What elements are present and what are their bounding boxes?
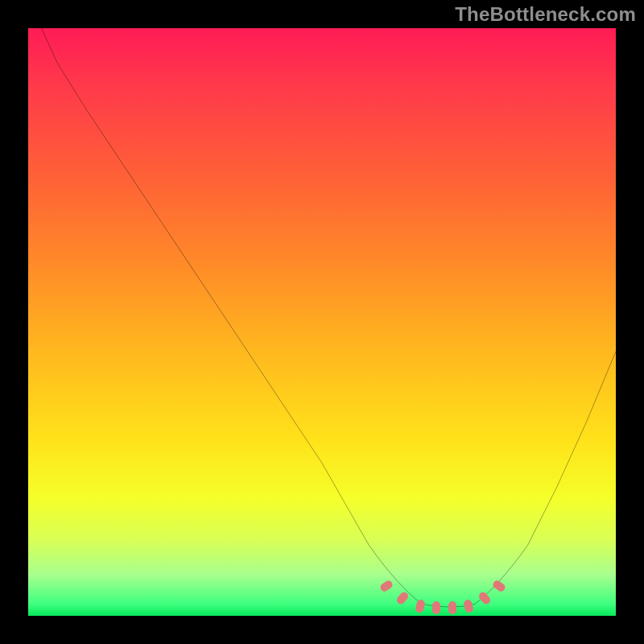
trough-marker-icon — [432, 601, 440, 614]
plot-area — [28, 28, 616, 616]
trough-marker-icon — [448, 601, 456, 614]
curve-path — [28, 28, 616, 607]
watermark-text: TheBottleneck.com — [455, 3, 636, 26]
bottleneck-curve — [28, 28, 616, 616]
chart-frame: TheBottleneck.com — [0, 0, 644, 644]
